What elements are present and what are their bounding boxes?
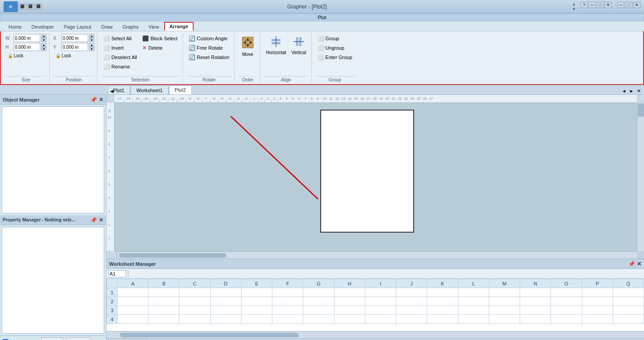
cell-g1[interactable] — [303, 288, 334, 297]
cell-b1[interactable] — [148, 288, 179, 297]
cell-h4[interactable] — [334, 315, 365, 324]
tab-view[interactable]: View — [144, 22, 164, 31]
free-rotate-btn[interactable]: 🔄 Free Rotate — [186, 43, 232, 52]
col-header-c[interactable]: C — [179, 279, 210, 288]
col-header-m[interactable]: M — [489, 279, 520, 288]
position-lock-btn[interactable]: 🔒 Lock — [53, 52, 94, 60]
cell-i3[interactable] — [365, 306, 396, 315]
rename-btn[interactable]: ⬜ Rename — [101, 62, 139, 71]
select-all-btn[interactable]: ⬜ Select All — [101, 34, 139, 43]
row-header-1[interactable]: 1 — [107, 288, 118, 297]
cell-c3[interactable] — [179, 306, 210, 315]
canvas-vscroll-thumb[interactable] — [638, 103, 644, 117]
restore-inner[interactable]: — — [589, 2, 596, 8]
cell-l3[interactable] — [458, 306, 489, 315]
col-header-b[interactable]: B — [148, 279, 179, 288]
invert-btn[interactable]: ⬜ Invert — [101, 43, 139, 52]
cell-f2[interactable] — [272, 297, 303, 306]
cell-q2[interactable] — [613, 297, 644, 306]
cell-ref-input[interactable] — [108, 270, 126, 277]
cell-d2[interactable] — [210, 297, 241, 306]
cell-d1[interactable] — [210, 288, 241, 297]
cell-h1[interactable] — [334, 288, 365, 297]
cancel-btn[interactable]: Cancel — [66, 337, 91, 340]
cell-k1[interactable] — [427, 288, 458, 297]
spreadsheet-grid[interactable]: A B C D E F G H I J — [106, 279, 644, 331]
row-header-3[interactable]: 3 — [107, 306, 118, 315]
col-header-i[interactable]: I — [365, 279, 396, 288]
cell-n1[interactable] — [520, 288, 551, 297]
vertical-align-btn[interactable]: Vertical — [289, 34, 309, 56]
canvas-inner[interactable] — [114, 103, 637, 251]
cell-d3[interactable] — [210, 306, 241, 315]
cell-p1[interactable] — [582, 288, 613, 297]
cell-j1[interactable] — [396, 288, 427, 297]
cell-e3[interactable] — [241, 306, 272, 315]
object-manager-pin[interactable]: 📌 — [90, 97, 97, 103]
height-up[interactable]: ▲ — [41, 43, 47, 47]
cell-h3[interactable] — [334, 306, 365, 315]
cell-k2[interactable] — [427, 297, 458, 306]
cell-p4[interactable] — [582, 315, 613, 324]
close-btn[interactable]: ✕ — [633, 2, 640, 8]
menu-btn-2[interactable]: ⬛ — [27, 4, 34, 10]
cell-m1[interactable] — [489, 288, 520, 297]
cell-e4[interactable] — [241, 315, 272, 324]
col-header-h[interactable]: H — [334, 279, 365, 288]
cell-f4[interactable] — [272, 315, 303, 324]
minimize-inner[interactable]: ? — [580, 2, 588, 8]
deselect-all-btn[interactable]: ⬜ Deselect All — [101, 53, 139, 62]
cell-o3[interactable] — [551, 306, 582, 315]
cell-f3[interactable] — [272, 306, 303, 315]
cell-a2[interactable] — [118, 297, 148, 306]
cell-c1[interactable] — [179, 288, 210, 297]
y-input[interactable] — [61, 43, 88, 51]
col-header-j[interactable]: J — [396, 279, 427, 288]
enter-group-btn[interactable]: ⬜ Enter Group — [315, 53, 355, 62]
cell-m4[interactable] — [489, 315, 520, 324]
col-header-p[interactable]: P — [582, 279, 613, 288]
col-header-o[interactable]: O — [551, 279, 582, 288]
menu-btn-3[interactable]: ⬛ — [35, 4, 42, 10]
x-down[interactable]: ▼ — [89, 38, 94, 42]
cell-j2[interactable] — [396, 297, 427, 306]
ws-hscroll-thumb[interactable] — [120, 333, 299, 337]
col-header-k[interactable]: K — [427, 279, 458, 288]
cell-b4[interactable] — [148, 315, 179, 324]
x-input[interactable] — [61, 34, 88, 42]
cell-q3[interactable] — [613, 306, 644, 315]
tab-home[interactable]: Home — [4, 22, 26, 31]
cell-b2[interactable] — [148, 297, 179, 306]
apply-btn[interactable]: Apply — [41, 337, 64, 340]
doc-tabs-left-arrow[interactable]: ◄ — [620, 88, 627, 94]
custom-angle-btn[interactable]: 🔄 Custom Angle — [186, 34, 232, 43]
y-up[interactable]: ▲ — [89, 43, 94, 47]
row-header-2[interactable]: 2 — [107, 297, 118, 306]
col-header-g[interactable]: G — [303, 279, 334, 288]
reset-rotation-btn[interactable]: 🔄 Reset Rotation — [186, 53, 232, 62]
move-btn[interactable]: Move — [238, 34, 257, 58]
width-up[interactable]: ▲ — [41, 34, 47, 38]
cell-j4[interactable] — [396, 315, 427, 324]
cell-e1[interactable] — [241, 288, 272, 297]
cell-d4[interactable] — [210, 315, 241, 324]
property-manager-close[interactable]: ✕ — [99, 217, 103, 223]
width-input[interactable] — [13, 34, 40, 42]
cell-l1[interactable] — [458, 288, 489, 297]
cell-i1[interactable] — [365, 288, 396, 297]
col-header-d[interactable]: D — [210, 279, 241, 288]
tab-arrange[interactable]: Arrange — [164, 22, 194, 31]
cell-o2[interactable] — [551, 297, 582, 306]
delete-btn[interactable]: ✕ Delete — [140, 43, 180, 52]
doc-close-btn[interactable]: ✕ — [636, 88, 642, 94]
cell-g2[interactable] — [303, 297, 334, 306]
horizontal-align-btn[interactable]: Horizontal — [264, 34, 288, 56]
doc-tab-worksheet1[interactable]: Worksheet1 — [131, 85, 169, 94]
cell-e2[interactable] — [241, 297, 272, 306]
cell-g4[interactable] — [303, 315, 334, 324]
cell-b3[interactable] — [148, 306, 179, 315]
height-down[interactable]: ▼ — [41, 47, 47, 51]
doc-tabs-right-arrow[interactable]: ► — [628, 88, 635, 94]
width-down[interactable]: ▼ — [41, 38, 47, 42]
tab-page-layout[interactable]: Page Layout — [59, 22, 96, 31]
